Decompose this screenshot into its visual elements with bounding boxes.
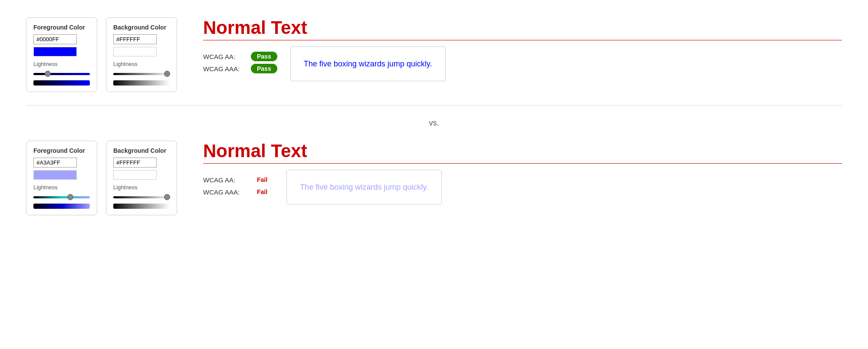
bg-slider-1[interactable] [113, 70, 170, 78]
wcag-and-preview-1: WCAG AA: Pass WCAG AAA: Pass The five bo… [203, 46, 842, 81]
wcag-col-1: WCAG AA: Pass WCAG AAA: Pass [203, 52, 277, 76]
foreground-color-box-1: Foreground Color Lightness [26, 17, 97, 92]
fg-slider-1[interactable] [33, 70, 90, 78]
fg-label-2: Foreground Color [33, 147, 90, 154]
bg-input-1[interactable] [113, 34, 157, 44]
fg-label-1: Foreground Color [33, 24, 90, 31]
fg-slider-2[interactable] [33, 193, 90, 201]
bg-lightness-label-1: Lightness [113, 61, 170, 67]
vs-text: vs. [26, 119, 842, 128]
fg-lightness-label-2: Lightness [33, 184, 90, 191]
wcag-aa-label-1: WCAG AA: [203, 53, 251, 60]
background-color-box-1: Background Color Lightness [106, 17, 177, 92]
bg-swatch-2 [113, 170, 157, 180]
fg-lightness-label-1: Lightness [33, 61, 90, 67]
wcag-aaa-badge-2: Fail [251, 187, 273, 197]
section-2: Foreground Color Lightness Background Co… [26, 141, 842, 215]
wcag-aa-badge-1: Pass [251, 52, 277, 61]
wcag-aaa-label-1: WCAG AAA: [203, 65, 251, 72]
color-controls-2: Foreground Color Lightness Background Co… [26, 141, 177, 215]
wcag-and-preview-2: WCAG AA: Fail WCAG AAA: Fail The five bo… [203, 170, 842, 204]
results-panel-1: Normal Text WCAG AA: Pass WCAG AAA: Pass… [203, 17, 842, 81]
wcag-aa-label-2: WCAG AA: [203, 176, 251, 184]
wcag-col-2: WCAG AA: Fail WCAG AAA: Fail [203, 175, 273, 199]
wcag-aa-row-1: WCAG AA: Pass [203, 52, 277, 61]
bg-gradient-bar-1 [113, 80, 170, 86]
section-1: Foreground Color Lightness Background Co… [26, 17, 842, 92]
fg-gradient-bar-1 [33, 80, 90, 86]
preview-text-1: The five boxing wizards jump quickly. [304, 59, 432, 69]
bg-swatch-1 [113, 47, 157, 56]
wcag-aaa-row-2: WCAG AAA: Fail [203, 187, 273, 197]
bg-lightness-label-2: Lightness [113, 184, 170, 191]
color-controls-1: Foreground Color Lightness Background Co… [26, 17, 177, 92]
preview-text-2: The five boxing wizards jump quickly. [300, 183, 428, 192]
divider-line [26, 105, 842, 105]
bg-label-1: Background Color [113, 24, 170, 31]
bg-slider-2[interactable] [113, 193, 170, 201]
preview-box-1: The five boxing wizards jump quickly. [290, 46, 446, 81]
normal-text-heading-1: Normal Text [203, 17, 842, 40]
foreground-color-box-2: Foreground Color Lightness [26, 141, 97, 215]
wcag-aaa-label-2: WCAG AAA: [203, 188, 251, 196]
wcag-aa-row-2: WCAG AA: Fail [203, 175, 273, 184]
bg-gradient-bar-2 [113, 204, 170, 209]
normal-text-heading-2: Normal Text [203, 141, 842, 164]
results-panel-2: Normal Text WCAG AA: Fail WCAG AAA: Fail… [203, 141, 842, 204]
background-color-box-2: Background Color Lightness [106, 141, 177, 215]
fg-gradient-bar-2 [33, 204, 90, 209]
wcag-aa-badge-2: Fail [251, 175, 273, 184]
wcag-aaa-row-1: WCAG AAA: Pass [203, 64, 277, 73]
fg-input-1[interactable] [33, 34, 77, 44]
bg-label-2: Background Color [113, 147, 170, 154]
preview-box-2: The five boxing wizards jump quickly. [286, 170, 442, 204]
bg-input-2[interactable] [113, 158, 157, 168]
fg-swatch-2 [33, 170, 77, 180]
fg-input-2[interactable] [33, 158, 77, 168]
wcag-aaa-badge-1: Pass [251, 64, 277, 73]
fg-swatch-1 [33, 47, 77, 56]
